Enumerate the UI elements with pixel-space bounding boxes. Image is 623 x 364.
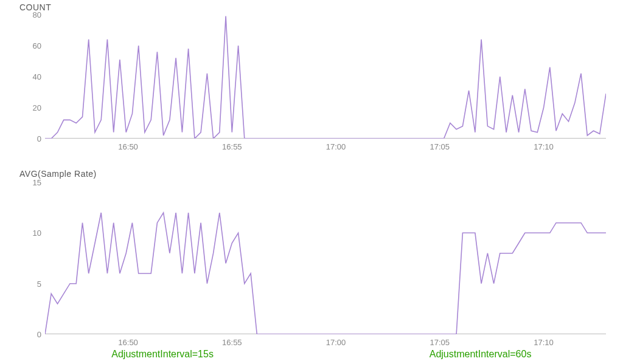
chart-count: 02040608016:5016:5517:0017:0517:10: [45, 15, 606, 139]
page: COUNT 02040608016:5016:5517:0017:0517:10…: [0, 0, 623, 364]
chart-svg: [45, 15, 606, 139]
annotation-label: AdjustmentInterval=60s: [430, 349, 532, 360]
x-tick-label: 16:50: [118, 334, 138, 347]
x-tick-label: 16:55: [222, 139, 242, 151]
series-line: [45, 16, 606, 139]
y-tick-label: 60: [33, 41, 45, 50]
chart-svg: [45, 182, 606, 334]
chart-avg-sample-rate: 05101516:5016:5517:0017:0517:10Adjustmen…: [45, 182, 606, 334]
x-tick-label: 16:55: [222, 334, 242, 347]
y-tick-label: 10: [33, 228, 45, 238]
x-tick-label: 17:00: [326, 334, 346, 347]
y-tick-label: 0: [37, 330, 45, 339]
annotation-label: AdjustmentInterval=15s: [111, 349, 214, 360]
x-tick-label: 17:05: [430, 334, 450, 347]
x-tick-label: 17:10: [534, 334, 554, 347]
y-tick-label: 80: [33, 10, 45, 19]
x-tick-label: 17:00: [326, 139, 346, 151]
y-tick-label: 0: [37, 134, 45, 143]
x-tick-label: 17:10: [534, 139, 554, 151]
series-line: [45, 213, 606, 334]
x-tick-label: 16:50: [118, 139, 138, 151]
y-tick-label: 40: [33, 72, 45, 81]
y-tick-label: 15: [33, 178, 45, 187]
y-tick-label: 20: [33, 103, 45, 112]
chart-title-avg: AVG(Sample Rate): [19, 169, 97, 179]
x-tick-label: 17:05: [430, 139, 450, 151]
y-tick-label: 5: [37, 279, 45, 288]
